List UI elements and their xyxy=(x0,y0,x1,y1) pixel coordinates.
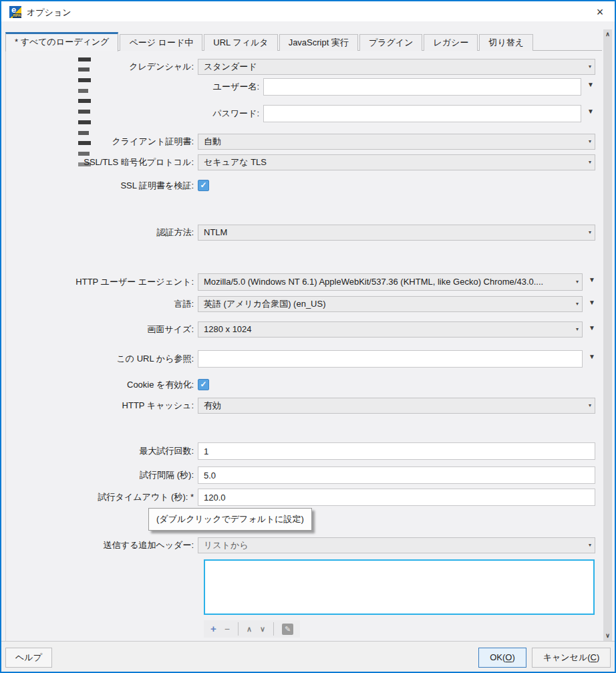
client-certificates-combo[interactable]: 自動 ▾ xyxy=(198,134,595,150)
chevron-down-icon: ▾ xyxy=(589,59,591,74)
tab-all-loading[interactable]: * すべてのローディング xyxy=(5,32,118,51)
username-label: ユーザー名: xyxy=(0,78,259,96)
cancel-label-close: ) xyxy=(597,652,599,662)
ok-label: OK( xyxy=(490,652,505,662)
ssl-tls-protocol-value: セキュアな TLS xyxy=(204,157,267,167)
password-input[interactable] xyxy=(263,105,581,122)
chevron-down-icon: ▾ xyxy=(589,225,591,240)
credential-value: スタンダード xyxy=(204,61,257,72)
tab-switching[interactable]: 切り替え xyxy=(479,34,533,51)
app-icon-rpa-label: RPA xyxy=(13,13,21,18)
auth-method-label: 認証方法: xyxy=(0,225,194,241)
extra-headers-label: 送信する追加ヘッダー: xyxy=(0,537,194,553)
referrer-url-dropdown-icon[interactable]: ▼ xyxy=(587,353,597,360)
ok-button[interactable]: OK(O) xyxy=(478,648,526,668)
chevron-down-icon: ▾ xyxy=(589,398,591,413)
chevron-down-icon: ▾ xyxy=(576,274,579,290)
remove-icon[interactable]: − xyxy=(224,620,230,638)
scroll-up-icon[interactable]: ∧ xyxy=(603,29,612,39)
verify-ssl-checkbox[interactable]: ✓ xyxy=(198,180,209,191)
client-certificates-label: クライアント証明書: xyxy=(0,134,194,150)
screen-size-combo[interactable]: 1280 x 1024 ▾ xyxy=(198,321,583,338)
auth-method-combo[interactable]: NTLM ▾ xyxy=(198,225,595,241)
attempt-timeout-input[interactable] xyxy=(198,489,595,506)
headers-list-toolbar: + − ∧ ∨ ✎ xyxy=(204,620,300,638)
check-icon: ✓ xyxy=(200,180,206,190)
tab-url-filter[interactable]: URL フィルタ xyxy=(204,34,277,51)
password-label: パスワード: xyxy=(0,105,259,122)
cancel-mnemonic: C xyxy=(591,652,597,662)
password-dropdown-icon[interactable]: ▼ xyxy=(585,108,596,115)
chevron-down-icon: ▾ xyxy=(576,297,579,311)
language-combo[interactable]: 英語 (アメリカ合衆国) (en_US) ▾ xyxy=(198,296,583,312)
http-cache-value: 有効 xyxy=(204,400,221,410)
app-icon: e RPA xyxy=(9,6,21,18)
default-hint-tooltip: (ダブルクリックでデフォルトに設定) xyxy=(148,508,312,531)
cancel-button[interactable]: キャンセル(C) xyxy=(532,648,611,668)
client-certificates-value: 自動 xyxy=(204,136,221,146)
dialog-title: オプション xyxy=(27,3,71,23)
tab-strip: * すべてのローディング ページ ロード中 URL フィルタ JavaScrip… xyxy=(5,31,534,51)
verify-ssl-label: SSL 証明書を検証: xyxy=(0,180,194,191)
auth-method-value: NTLM xyxy=(204,227,227,237)
max-attempts-input[interactable] xyxy=(198,442,595,460)
ok-label-close: ) xyxy=(512,652,514,662)
credential-combo[interactable]: スタンダード ▾ xyxy=(198,59,595,75)
username-dropdown-icon[interactable]: ▼ xyxy=(585,81,596,88)
screen-size-dropdown-icon[interactable]: ▼ xyxy=(587,324,597,331)
user-agent-combo[interactable]: Mozilla/5.0 (Windows NT 6.1) AppleWebKit… xyxy=(198,273,583,291)
screen-artifact xyxy=(78,99,91,103)
credential-label: クレデンシャル: xyxy=(0,59,194,75)
title-bar: e RPA オプション × xyxy=(1,1,615,21)
scroll-down-icon[interactable]: ∨ xyxy=(603,631,612,641)
chevron-down-icon: ▾ xyxy=(576,322,579,337)
help-button[interactable]: ヘルプ xyxy=(5,648,52,668)
language-dropdown-icon[interactable]: ▼ xyxy=(587,299,597,306)
http-cache-label: HTTP キャッシュ: xyxy=(0,398,194,414)
attempt-interval-label: 試行間隔 (秒): xyxy=(0,466,194,484)
chevron-down-icon: ▾ xyxy=(589,134,591,149)
ok-mnemonic: O xyxy=(505,652,512,662)
toolbar-separator xyxy=(238,622,239,636)
user-agent-value: Mozilla/5.0 (Windows NT 6.1) AppleWebKit… xyxy=(204,277,543,287)
screen-size-label: 画面サイズ: xyxy=(0,321,194,338)
options-dialog: e RPA オプション × * すべてのローディング ページ ロード中 URL … xyxy=(0,0,616,673)
user-agent-dropdown-icon[interactable]: ▼ xyxy=(587,276,597,283)
headers-list[interactable] xyxy=(204,559,595,615)
toolbar-separator xyxy=(273,622,274,636)
move-down-icon[interactable]: ∨ xyxy=(260,620,265,638)
enable-cookies-label: Cookie を有効化: xyxy=(0,379,194,390)
referrer-url-label: この URL から参照: xyxy=(0,350,194,368)
attempt-interval-input[interactable] xyxy=(198,466,595,484)
attempt-timeout-label: 試行タイムアウト (秒): * xyxy=(0,489,194,506)
tab-plugins[interactable]: プラグイン xyxy=(359,34,423,51)
username-input[interactable] xyxy=(263,78,581,96)
scrollbar-track[interactable] xyxy=(603,29,612,641)
chevron-down-icon: ▾ xyxy=(589,155,591,170)
language-value: 英語 (アメリカ合衆国) (en_US) xyxy=(204,299,326,309)
referrer-url-input[interactable] xyxy=(198,350,583,368)
check-icon: ✓ xyxy=(200,380,206,389)
enable-cookies-checkbox[interactable]: ✓ xyxy=(198,379,209,390)
ssl-tls-protocol-label: SSL/TLS 暗号化プロトコル: xyxy=(0,154,194,170)
user-agent-label: HTTP ユーザー エージェント: xyxy=(0,273,194,291)
tab-page-loading[interactable]: ページ ロード中 xyxy=(120,34,202,51)
screen-size-value: 1280 x 1024 xyxy=(204,324,252,334)
ssl-tls-protocol-combo[interactable]: セキュアな TLS ▾ xyxy=(198,154,595,170)
add-icon[interactable]: + xyxy=(210,620,216,638)
language-label: 言語: xyxy=(0,296,194,312)
http-cache-combo[interactable]: 有効 ▾ xyxy=(198,398,595,414)
edit-icon[interactable]: ✎ xyxy=(282,624,293,635)
cancel-label: キャンセル( xyxy=(543,652,591,662)
tab-javascript-exec[interactable]: JavaScript 実行 xyxy=(279,34,358,51)
max-attempts-label: 最大試行回数: xyxy=(0,442,194,460)
close-icon[interactable]: × xyxy=(591,3,609,21)
extra-headers-combo[interactable]: リストから ▾ xyxy=(198,537,595,553)
extra-headers-value: リストから xyxy=(204,540,249,550)
move-up-icon[interactable]: ∧ xyxy=(247,620,252,638)
tab-legacy[interactable]: レガシー xyxy=(424,34,478,51)
chevron-down-icon: ▾ xyxy=(589,538,591,553)
